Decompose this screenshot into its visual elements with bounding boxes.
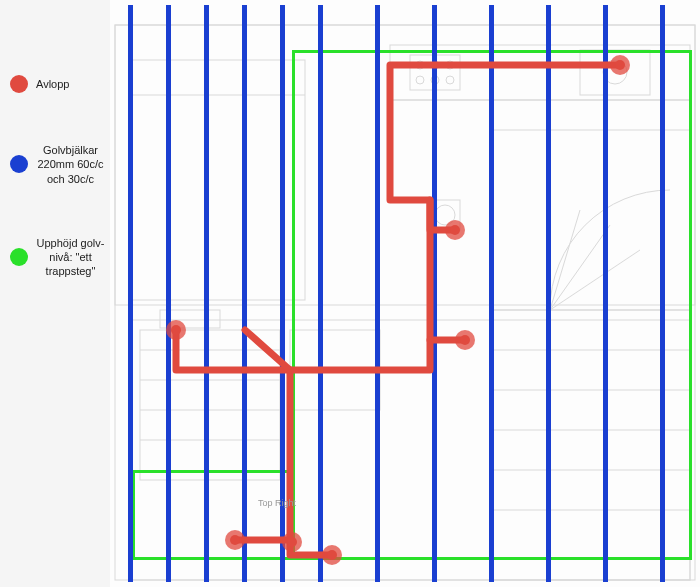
drainage-swatch-icon	[10, 75, 28, 93]
drain-point	[166, 320, 186, 340]
drain-point	[445, 220, 465, 240]
drain-point	[225, 530, 245, 550]
legend-item-drainage: Avlopp	[10, 75, 105, 93]
raised-floor-swatch-icon	[10, 248, 28, 266]
floorplan-diagram: Top Right	[110, 0, 700, 587]
drain-point	[282, 532, 302, 552]
drain-point	[610, 55, 630, 75]
drainage-overlay	[110, 0, 700, 587]
top-right-annotation: Top Right	[258, 498, 296, 508]
legend-label: Upphöjd golv-nivå: "ett trappsteg"	[36, 236, 105, 279]
svg-point-46	[287, 537, 297, 547]
legend: Avlopp Golvbjälkar 220mm 60c/c och 30c/c…	[10, 75, 105, 329]
svg-point-44	[230, 535, 240, 545]
legend-item-raised-floor: Upphöjd golv-nivå: "ett trappsteg"	[10, 236, 105, 279]
drain-point	[455, 330, 475, 350]
svg-point-42	[171, 325, 181, 335]
legend-item-joists: Golvbjälkar 220mm 60c/c och 30c/c	[10, 143, 105, 186]
legend-label: Avlopp	[36, 77, 69, 91]
svg-point-38	[450, 225, 460, 235]
svg-point-48	[327, 550, 337, 560]
drain-point	[322, 545, 342, 565]
joist-swatch-icon	[10, 155, 28, 173]
legend-label: Golvbjälkar 220mm 60c/c och 30c/c	[36, 143, 105, 186]
svg-point-36	[615, 60, 625, 70]
svg-point-40	[460, 335, 470, 345]
